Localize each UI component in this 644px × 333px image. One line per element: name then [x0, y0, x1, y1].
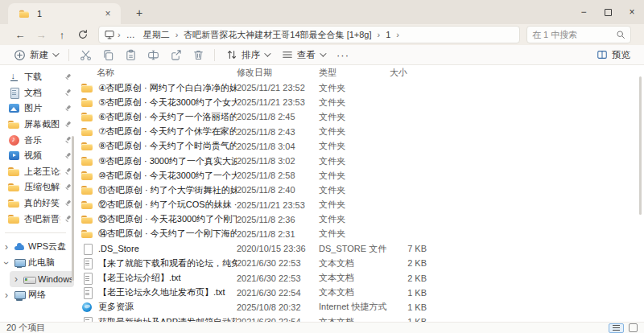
pin-icon[interactable] — [64, 137, 72, 144]
file-row[interactable]: ⑩杏吧原创 · 今天花3000约了一个大圈姑娘 · ... 2025/11/8 … — [74, 168, 644, 183]
file-row[interactable]: ⑧杏吧原创 · 今天约了个时尚贵气的人妻 · 建材... 2025/11/8 3… — [74, 139, 644, 154]
minimize-button[interactable]: − — [572, 0, 596, 24]
cut-button[interactable] — [75, 47, 96, 63]
folder-icon — [80, 169, 93, 182]
column-header-size[interactable]: 大小 — [388, 67, 428, 79]
sidebar-item[interactable]: 杏吧新晋探花 — [0, 211, 74, 227]
pin-icon[interactable] — [64, 168, 72, 175]
sidebar-item[interactable]: 图片 — [0, 101, 74, 117]
new-tab-button[interactable]: + — [130, 4, 148, 22]
file-row[interactable]: ⑦杏吧原创 · 今天约了个休学在家的妹妹 · 建材... 2025/11/8 2… — [74, 125, 644, 139]
column-header-type[interactable]: 类型 — [319, 67, 388, 79]
refresh-button[interactable] — [72, 26, 93, 43]
file-row[interactable]: ⑫杏吧原创 · 约了个玩COS的妹妹 · 建材王哥 2025/11/21 23:… — [74, 198, 644, 212]
sidebar-item[interactable]: 文档 — [0, 85, 74, 101]
breadcrumb-separator: › — [377, 30, 382, 39]
pin-icon[interactable] — [64, 216, 72, 223]
sidebar-item[interactable]: 视频 — [0, 148, 74, 164]
breadcrumb-item-current[interactable]: 1 — [382, 29, 394, 40]
breadcrumb-item[interactable]: 星期二 — [140, 28, 173, 42]
file-date: 2025/11/8 2:36 — [237, 215, 319, 224]
pin-icon[interactable] — [64, 73, 72, 80]
file-name: ④杏吧原创 · 网约了个白白净净的妹子 · 建材王... — [98, 82, 237, 94]
file-row[interactable]: ⑪杏吧原创 · 约了个大学街舞社的妹子 · 建材王... 2025/11/8 2… — [74, 183, 644, 197]
preview-button[interactable]: 预览 — [591, 47, 636, 64]
window-controls: − × — [572, 0, 644, 24]
status-bar: 20 个项目 — [0, 322, 644, 333]
file-row[interactable]: ⑨杏吧原创 · 3000约了一个真实大波的学生妹... 2025/11/8 3:… — [74, 154, 644, 168]
file-row[interactable]: 【来了就能下载和观看的论坛，纯免费！】.txt 2021/6/30 22:53 … — [74, 256, 644, 270]
expander-chevron-icon[interactable]: › — [2, 291, 10, 299]
file-row[interactable]: ⑥杏吧原创 · 今天约了一个洛丽塔的可爱妹妹 · ... 2025/11/8 2… — [74, 109, 644, 124]
sidebar-item[interactable]: 真的好笑！叫 — [0, 195, 74, 212]
sidebar-tree-item[interactable]: › 此电脑 — [0, 255, 74, 271]
up-button[interactable]: ↑ — [52, 26, 72, 43]
new-plus-icon — [14, 49, 26, 61]
file-row[interactable]: 更多资源 2025/10/8 20:32 Internet 快捷方式 1 KB — [74, 300, 644, 314]
new-button[interactable]: 新建 — [8, 47, 63, 64]
file-row[interactable]: ⑤杏吧原创 · 今天花3000约了个女大学生 · 建... 2025/11/21… — [74, 95, 644, 109]
file-name: .DS_Store — [98, 244, 139, 253]
delete-button[interactable] — [188, 47, 208, 63]
pin-icon[interactable] — [64, 183, 72, 191]
file-row[interactable]: 【老王论坛介绍】.txt 2021/6/30 22:53 文本文档 2 KB — [74, 270, 644, 285]
sidebar-tree-item[interactable]: › Windows-SSD — [10, 271, 74, 287]
file-list-pane: 名称 修改日期 类型 大小 ④杏吧原创 · 网约了个白白净净的妹子 · 建材王.… — [74, 65, 644, 333]
list-scrollbar-thumb[interactable] — [639, 76, 642, 215]
pin-icon[interactable] — [64, 199, 72, 207]
sidebar-item[interactable]: 压缩包解密工 — [0, 179, 74, 195]
pin-icon[interactable] — [64, 105, 72, 112]
sidebar-item-label: 视频 — [24, 150, 60, 162]
this-pc-icon — [104, 29, 115, 40]
expander-chevron-icon[interactable]: › — [2, 243, 10, 251]
new-button-label: 新建 — [30, 49, 48, 61]
pin-icon[interactable] — [64, 89, 72, 97]
expander-chevron-icon[interactable]: › — [12, 275, 20, 283]
file-row[interactable]: 【老王论坛永久地址发布页】.txt 2021/6/30 22:54 文本文档 1… — [74, 286, 644, 300]
sidebar-tree-item[interactable]: › 网络 — [0, 287, 74, 303]
file-type: Internet 快捷方式 — [319, 301, 388, 313]
close-button[interactable]: × — [620, 0, 644, 24]
address-bar[interactable]: › … 星期二 › 杏吧新晋探花大神建材王哥14部最全合集 [1+8g] › 1… — [98, 26, 520, 43]
large-icons-view-button[interactable] — [629, 323, 638, 332]
file-row[interactable]: ⑭杏吧原创 · 今天约了一个刚下海的白富美 · 建... 2025/11/8 2… — [74, 227, 644, 241]
back-button[interactable]: ← — [10, 26, 31, 43]
file-row[interactable]: ④杏吧原创 · 网约了个白白净净的妹子 · 建材王... 2025/11/21 … — [74, 80, 644, 95]
column-header-name[interactable]: 名称 — [74, 67, 237, 79]
explorer-tab[interactable]: 1 × — [8, 3, 121, 24]
sidebar-item[interactable]: 屏幕截图 — [0, 117, 74, 133]
file-row[interactable]: .DS_Store 2020/10/15 23:36 DS_STORE 文件 7… — [74, 241, 644, 256]
expander-chevron-icon[interactable]: › — [2, 259, 10, 267]
folder-icon — [80, 110, 93, 123]
file-row[interactable]: ⑬杏吧原创 · 今天花3000约了个刚下水的大圈... 2025/11/8 2:… — [74, 212, 644, 227]
sidebar-tree-item[interactable]: › WPS云盘 — [0, 239, 74, 255]
view-button[interactable]: 查看 — [276, 47, 330, 64]
command-toolbar: 新建 排序 — [0, 45, 644, 65]
sidebar-item[interactable]: 音乐 — [0, 132, 74, 148]
sidebar-item[interactable]: 上老王论坛当 — [0, 164, 74, 180]
sort-button[interactable]: 排序 — [221, 47, 275, 64]
pin-icon[interactable] — [64, 152, 72, 159]
file-type: 文件夹 — [319, 111, 388, 123]
pin-icon[interactable] — [64, 121, 72, 128]
breadcrumb-overflow[interactable]: … — [123, 29, 138, 40]
copy-button[interactable] — [97, 47, 118, 63]
restore-button[interactable] — [596, 0, 620, 24]
search-box[interactable] — [526, 26, 631, 43]
forward-button[interactable]: → — [31, 26, 52, 43]
share-button[interactable] — [165, 47, 186, 63]
file-name: 更多资源 — [98, 301, 134, 313]
more-options-button[interactable]: ··· — [332, 49, 354, 61]
search-input[interactable] — [532, 30, 616, 39]
documents-icon — [7, 86, 20, 99]
breadcrumb-separator: › — [117, 30, 122, 39]
web-icon — [80, 301, 93, 314]
breadcrumb-item[interactable]: 杏吧新晋探花大神建材王哥14部最全合集 [1+8g] — [180, 28, 374, 42]
pc-icon — [13, 257, 26, 269]
sidebar-item[interactable]: 下载 — [0, 69, 74, 85]
column-header-date[interactable]: 修改日期 — [237, 67, 319, 79]
tab-close-icon[interactable]: × — [101, 7, 114, 20]
rename-button[interactable] — [142, 47, 163, 63]
paste-button[interactable] — [120, 47, 141, 63]
details-view-button[interactable] — [609, 323, 624, 333]
